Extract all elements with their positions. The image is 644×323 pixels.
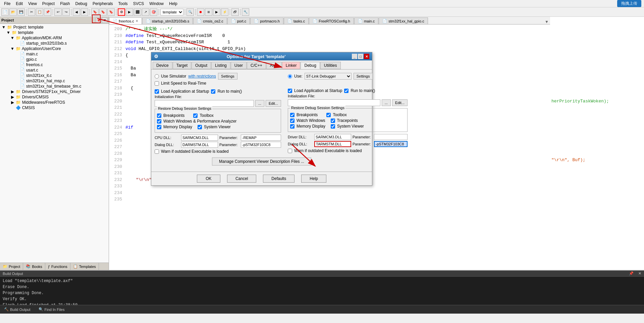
toolbar-btn-c[interactable]: ↗ bbox=[142, 8, 149, 16]
tree-item[interactable]: 📄 freertos.c bbox=[1, 62, 108, 67]
options-dialog[interactable]: ⚙ Options for Target 'template' _ □ ✕ De… bbox=[151, 52, 372, 186]
right-browse-btn[interactable]: ... bbox=[382, 99, 391, 106]
use-simulator-radio[interactable] bbox=[155, 74, 159, 79]
init-browse-btn[interactable]: ... bbox=[255, 100, 264, 107]
dialog-tab-target[interactable]: Target bbox=[173, 62, 191, 69]
tab-scroll-right[interactable]: ▼ bbox=[543, 19, 550, 24]
dialog-param-input[interactable] bbox=[241, 142, 281, 148]
tree-item[interactable]: ▶ 📁 Drivers/CMSIS bbox=[1, 94, 108, 100]
tree-item[interactable]: 📄 startup_stm32f103xb.s bbox=[1, 41, 108, 46]
driver-param-input[interactable] bbox=[374, 134, 408, 140]
dialog-tab-debug[interactable]: Debug bbox=[301, 62, 320, 69]
help-btn[interactable]: Help bbox=[301, 175, 326, 183]
panel-pin[interactable]: 📌 bbox=[629, 271, 634, 276]
menu-window[interactable]: Window bbox=[147, 1, 166, 7]
dialog-maximize[interactable]: □ bbox=[358, 54, 363, 59]
breakpoints-check[interactable] bbox=[157, 113, 161, 118]
tree-item[interactable]: ▶ 📁 Middlewares/FreeRTOS bbox=[1, 100, 108, 105]
dialog-close-btn[interactable]: ✕ bbox=[364, 54, 369, 59]
watch-windows-check[interactable] bbox=[157, 119, 161, 124]
toolbar-open[interactable]: 📂 bbox=[9, 8, 17, 16]
toolbar-back[interactable]: ◀ bbox=[73, 8, 80, 16]
tab-tasks[interactable]: 📄 tasks.c bbox=[284, 17, 309, 24]
toolbar-copy[interactable]: 📋 bbox=[36, 8, 43, 16]
right-warn-check[interactable] bbox=[288, 149, 292, 153]
cancel-btn[interactable]: Cancel bbox=[227, 175, 256, 183]
sidebar-tab-project[interactable]: 📁 Project bbox=[0, 263, 23, 270]
tree-item[interactable]: 📄 stm32f1xx_hal_msp.c bbox=[1, 78, 108, 84]
right-run-main-check[interactable] bbox=[344, 89, 348, 93]
dialog-minimize[interactable]: _ bbox=[352, 54, 357, 59]
toolbar-redo[interactable]: ↪ bbox=[62, 8, 70, 16]
right-toolbox-check[interactable] bbox=[326, 113, 331, 117]
menu-edit[interactable]: Edit bbox=[13, 1, 25, 7]
tree-item[interactable]: 🔷 CMSIS bbox=[1, 105, 108, 110]
run-to-main-check[interactable] bbox=[211, 89, 215, 94]
toolbar-search[interactable]: 🔍 bbox=[186, 8, 194, 16]
tree-item[interactable]: ▼ 📁 Application/User/Core bbox=[1, 46, 108, 51]
menu-help[interactable]: Help bbox=[166, 1, 180, 7]
tab-freertos[interactable]: 📄 freertos.c ✕ bbox=[109, 17, 142, 25]
right-watch-check[interactable] bbox=[290, 119, 294, 123]
sidebar-close[interactable]: ✕ bbox=[102, 17, 107, 23]
sidebar-tab-templates[interactable]: 📋 Templates bbox=[70, 263, 99, 270]
sidebar-tab-functions[interactable]: ƒ Functions bbox=[45, 263, 70, 270]
dialog-tab-device[interactable]: Device bbox=[153, 62, 172, 69]
menu-peripherals[interactable]: Peripherals bbox=[90, 1, 116, 7]
system-viewer-check[interactable] bbox=[198, 125, 202, 129]
dialog-tab-output[interactable]: Output bbox=[192, 62, 211, 69]
cpu-dll-input[interactable] bbox=[181, 135, 218, 141]
warn-outdated-check[interactable] bbox=[155, 149, 159, 154]
tab-hal-gpio[interactable]: 📄 stm32f1xx_hal_gpio.c bbox=[379, 17, 428, 24]
dialog-tab-user[interactable]: User bbox=[231, 62, 247, 69]
memory-display-check[interactable] bbox=[157, 125, 161, 129]
tree-item[interactable]: 📄 usart.c bbox=[1, 67, 108, 73]
tree-item[interactable]: 📄 stm32f1xx_it.c bbox=[1, 73, 108, 78]
toolbar-target-options[interactable]: ⚙ bbox=[118, 8, 125, 16]
tree-item[interactable]: 📄 stm32f1xx_hal_timebase_tim.c bbox=[1, 84, 108, 89]
manage-component-btn[interactable]: Manage Component Viewer Description File… bbox=[212, 157, 311, 166]
sidebar-pin[interactable]: 📌 bbox=[96, 17, 101, 23]
right-trace-check[interactable] bbox=[331, 119, 335, 123]
dialog-tab-linker[interactable]: Linker bbox=[282, 62, 301, 69]
right-mem-check[interactable] bbox=[290, 124, 294, 129]
cpu-param-input[interactable] bbox=[241, 135, 281, 141]
tree-item[interactable]: ▼ 📁 Project: template bbox=[1, 25, 108, 30]
menu-project[interactable]: Project bbox=[40, 1, 57, 7]
right-bp-check[interactable] bbox=[290, 113, 294, 117]
toolbar-new[interactable]: 📄 bbox=[1, 8, 9, 16]
right-init-input[interactable] bbox=[288, 99, 380, 106]
panel-close[interactable]: ✕ bbox=[638, 271, 641, 276]
toolbar-btn-a[interactable]: ▶ bbox=[126, 8, 133, 16]
tab-close[interactable]: ✕ bbox=[136, 19, 138, 23]
toolbar-run[interactable]: ⏺ bbox=[197, 8, 204, 16]
tree-item[interactable]: ▼ 📁 template bbox=[1, 30, 108, 35]
menu-flash[interactable]: Flash bbox=[57, 1, 72, 7]
toolbar-bookmark1[interactable]: 🔖 bbox=[91, 8, 99, 16]
tab-portmacro[interactable]: 📄 portmacro.h bbox=[250, 17, 283, 24]
tab-freertosconfig[interactable]: 📄 FreeRTOSConfig.h bbox=[309, 17, 354, 24]
dialog-tab-utilities[interactable]: Utilities bbox=[320, 62, 341, 69]
right-edit-btn[interactable]: Edit... bbox=[392, 99, 408, 106]
dialog-tab-asm[interactable]: Asm bbox=[266, 62, 282, 69]
bottom-tab-find[interactable]: 🔍 Find In Files bbox=[36, 307, 67, 312]
ok-btn[interactable]: OK bbox=[197, 175, 220, 183]
sidebar-tab-books[interactable]: 📚 Books bbox=[23, 263, 45, 270]
tree-item[interactable]: 📄 gpio.c bbox=[1, 57, 108, 62]
limit-speed-check[interactable] bbox=[155, 81, 159, 86]
menu-tools[interactable]: Tools bbox=[116, 1, 130, 7]
menu-file[interactable]: File bbox=[1, 1, 13, 7]
init-file-input[interactable] bbox=[155, 100, 254, 107]
menu-debug[interactable]: Debug bbox=[73, 1, 90, 7]
tree-item[interactable]: 📄 main.c bbox=[1, 51, 108, 57]
right-dialog-dll-input[interactable] bbox=[314, 141, 351, 147]
dialog-dll-input[interactable] bbox=[181, 142, 218, 148]
toolbar-undo[interactable]: ↩ bbox=[54, 8, 62, 16]
toolbar-paste[interactable]: 📌 bbox=[44, 8, 51, 16]
debugger-combo[interactable]: ST-Link Debugger bbox=[305, 73, 352, 80]
left-settings-btn[interactable]: Settings bbox=[218, 73, 237, 80]
right-load-app-check[interactable] bbox=[288, 89, 292, 93]
load-app-check[interactable] bbox=[155, 89, 159, 94]
right-settings-btn[interactable]: Settings bbox=[354, 73, 373, 80]
toolbar-debug-go[interactable]: ▶ bbox=[213, 8, 220, 16]
